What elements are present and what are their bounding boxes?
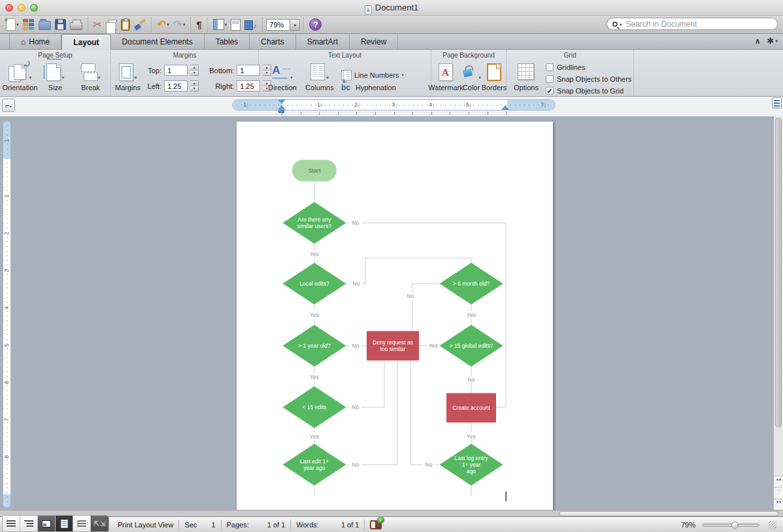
- tab-smartart[interactable]: SmartArt: [296, 34, 350, 49]
- header-footer-button[interactable]: [229, 17, 242, 33]
- sidebar-button[interactable]: ▾: [211, 17, 229, 33]
- words-label[interactable]: Words:: [296, 521, 319, 529]
- ribbon-controls: ∧ ✱▾: [755, 36, 778, 46]
- first-line-indent-marker[interactable]: [278, 99, 286, 104]
- flow-node-label: Create account: [452, 405, 490, 411]
- break-icon: [81, 63, 97, 81]
- checkbox-gridlines[interactable]: Gridlines: [546, 62, 631, 72]
- page-borders-button[interactable]: Borders: [482, 61, 506, 91]
- tab-stop-selector-button[interactable]: ⌐▾: [2, 99, 15, 112]
- media-browser-button[interactable]: ♪: [242, 17, 259, 33]
- direction-button[interactable]: A→→▾ Direction: [264, 61, 301, 91]
- search-scope-caret-icon[interactable]: ▾: [620, 22, 622, 27]
- tab-charts[interactable]: Charts: [250, 34, 295, 49]
- words-value: 1 of 1: [341, 521, 359, 529]
- open-button[interactable]: [37, 17, 53, 33]
- window-title-wrap: aDocument1: [0, 3, 783, 14]
- redo-button[interactable]: ↷▾: [171, 17, 188, 33]
- right-indent-marker[interactable]: [501, 105, 509, 110]
- pages-label[interactable]: Pages:: [227, 521, 249, 529]
- sidebar-icon: [213, 19, 224, 30]
- vertical-scrollbar-thumb[interactable]: [775, 118, 782, 427]
- checkbox-snap-objects-to-others[interactable]: Snap Objects to Others: [546, 74, 631, 84]
- zoom-slider[interactable]: [702, 524, 759, 527]
- margin-left-input[interactable]: [164, 80, 188, 91]
- status-bar: ⇱⇲ Print Layout View Sec 1 Pages: 1 of 1…: [0, 516, 783, 532]
- help-button[interactable]: ?: [307, 17, 324, 33]
- zoom-value-field[interactable]: 79%: [266, 19, 290, 31]
- flow-edge-label: Yes: [310, 312, 319, 318]
- search-input[interactable]: [626, 20, 772, 29]
- tab-tables[interactable]: Tables: [205, 34, 250, 49]
- media-browser-icon: ♪: [244, 19, 257, 31]
- margin-top-input[interactable]: [164, 65, 188, 76]
- hyphenation-button[interactable]: a-bc Hyphenation: [341, 83, 404, 92]
- flow-edge-label: Yes: [310, 251, 319, 258]
- margin-right-input[interactable]: [237, 80, 260, 91]
- header-footer-icon: [231, 19, 241, 31]
- collapse-ribbon-button[interactable]: ∧: [755, 37, 761, 46]
- publishing-layout-view-button[interactable]: [38, 516, 56, 531]
- print-button[interactable]: [68, 17, 84, 33]
- spelling-status-icon[interactable]: ✓: [370, 520, 382, 529]
- document-page[interactable]: NoYesNoNoYesYesNoYesYesNoNoYesYesNoNoSta…: [236, 121, 553, 510]
- left-indent-marker[interactable]: [278, 110, 284, 113]
- undo-button[interactable]: ↶▾: [155, 17, 171, 33]
- zoom-slider-thumb[interactable]: [731, 522, 739, 529]
- copy-button[interactable]: [104, 17, 119, 33]
- columns-button[interactable]: ▾ Columns: [302, 61, 337, 91]
- print-layout-view-button[interactable]: [56, 516, 73, 531]
- margin-bottom-input[interactable]: [237, 65, 260, 76]
- margin-left-stepper[interactable]: ▲▼: [190, 80, 199, 91]
- line-numbers-button[interactable]: Line Numbers ▾: [341, 70, 404, 80]
- horizontal-scrollbar-thumb[interactable]: [559, 511, 778, 516]
- outline-view-button[interactable]: [20, 516, 38, 531]
- ruler-number: 5: [465, 101, 472, 108]
- orientation-button[interactable]: ⤸▾ Orientation: [3, 61, 37, 91]
- previous-page-button[interactable]: ▲▲: [774, 476, 783, 487]
- tab-layout[interactable]: Layout: [61, 34, 110, 50]
- size-button[interactable]: ▾ Size: [39, 61, 73, 91]
- horizontal-scrollbar[interactable]: [0, 510, 783, 516]
- margins-button[interactable]: ▾ Margins: [115, 61, 141, 91]
- margin-top-stepper[interactable]: ▲▼: [190, 65, 199, 76]
- tab-home[interactable]: ⌂Home: [9, 34, 61, 49]
- grid-options-button[interactable]: Options: [512, 61, 541, 91]
- show-invisibles-button[interactable]: ¶: [194, 17, 203, 33]
- format-painter-button[interactable]: [132, 17, 148, 33]
- checkbox-snap-objects-to-grid[interactable]: ✓Snap Objects to Grid: [546, 86, 631, 95]
- tab-document-elements[interactable]: Document Elements: [111, 34, 205, 49]
- page-color-button[interactable]: ▾ Color: [461, 61, 481, 91]
- flow-edge-label: No: [353, 280, 360, 287]
- cut-button[interactable]: ✂: [92, 17, 104, 33]
- hanging-indent-marker[interactable]: [278, 105, 286, 110]
- group-grid: Grid Options GridlinesSnap Objects to Ot…: [507, 50, 634, 95]
- flow-edge-label: No: [352, 342, 359, 349]
- flow-edge-label: Yes: [467, 433, 476, 440]
- save-button[interactable]: [53, 17, 68, 33]
- paste-icon: [121, 19, 130, 31]
- copy-icon: [108, 20, 117, 30]
- break-button[interactable]: ▾ Break: [74, 61, 108, 91]
- zoom-dropdown-button[interactable]: ▾: [290, 19, 300, 31]
- notebook-layout-view-button[interactable]: [73, 516, 91, 531]
- view-mode-label[interactable]: Print Layout View: [118, 521, 173, 529]
- focus-view-button[interactable]: ⇱⇲: [91, 516, 108, 531]
- ribbon-settings-button[interactable]: ✱▾: [767, 36, 778, 46]
- search-icon[interactable]: [612, 22, 618, 27]
- new-document-button[interactable]: +▾: [4, 17, 21, 33]
- toggle-ruler-button[interactable]: [772, 97, 782, 108]
- draft-view-button[interactable]: [3, 516, 20, 531]
- resize-grip[interactable]: [769, 521, 776, 529]
- tab-review[interactable]: Review: [350, 34, 398, 49]
- section-label[interactable]: Sec: [184, 521, 197, 529]
- select-browse-object-button[interactable]: ○: [774, 487, 783, 498]
- paste-button[interactable]: [119, 17, 132, 33]
- pages-value: 1 of 1: [267, 521, 286, 529]
- elements-gallery-button[interactable]: [21, 17, 37, 33]
- flow-connector: [346, 361, 384, 407]
- next-page-button[interactable]: ▼▼: [774, 499, 783, 510]
- focus-view-icon: ⇱⇲: [93, 520, 105, 528]
- vertical-scrollbar[interactable]: [773, 116, 783, 510]
- watermark-button[interactable]: A Watermark: [431, 61, 460, 91]
